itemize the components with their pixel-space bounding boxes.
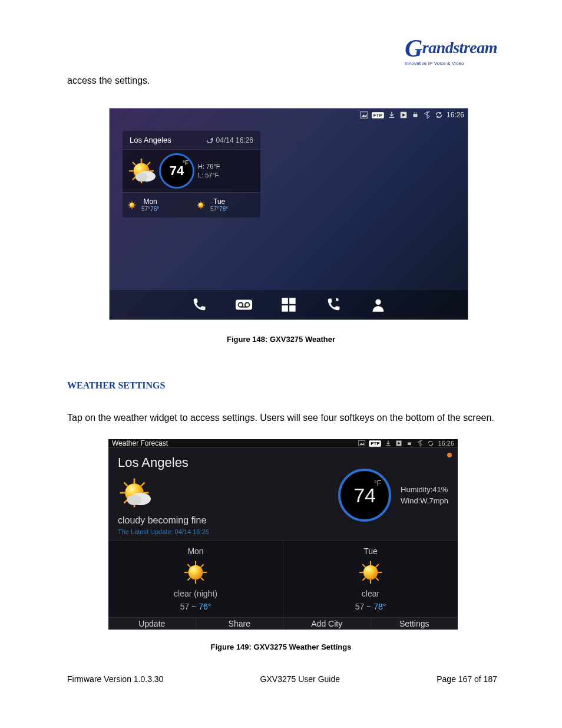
- widget-city: Los Angeles: [130, 136, 171, 144]
- refresh-timestamp: 04/14 16:26: [216, 136, 253, 144]
- refresh-icon: [206, 136, 214, 144]
- temp-gauge: 74°F: [338, 469, 391, 522]
- forecast-day: Mon57°76°: [123, 193, 191, 218]
- weather-icon: [127, 157, 156, 185]
- svg-marker-12: [361, 114, 366, 117]
- intro-text: access the settings.: [67, 75, 150, 86]
- dock: [110, 290, 468, 319]
- sun-icon: [358, 559, 384, 585]
- page-footer: Firmware Version 1.0.3.30 GXV3275 User G…: [67, 674, 497, 684]
- status-bar: FTP 16:26: [358, 440, 454, 447]
- phone-icon[interactable]: [190, 296, 208, 314]
- forecast-row: Mon clear (night) 57 ~ 76° Tue clear 57 …: [108, 540, 458, 618]
- condition-text: cloudy becoming fine: [118, 515, 209, 526]
- temp-gauge: 74°F: [159, 153, 194, 189]
- forecast-day[interactable]: Mon clear (night) 57 ~ 76°: [108, 541, 283, 617]
- sun-icon: [127, 200, 137, 210]
- weather-stats: Humidity:41% Wind:W,7mph: [401, 484, 448, 507]
- softkey-add-city[interactable]: Add City: [283, 618, 371, 630]
- play-icon: [395, 440, 402, 447]
- android-icon: [406, 440, 413, 447]
- footer-center: GXV3275 User Guide: [260, 674, 340, 684]
- footer-left: Firmware Version 1.0.3.30: [67, 674, 163, 684]
- status-bar: FTP 16:26: [360, 111, 464, 119]
- softkey-share[interactable]: Share: [196, 618, 284, 630]
- svg-rect-31: [408, 443, 411, 446]
- svg-rect-23: [289, 298, 296, 304]
- page-indicator: [447, 453, 452, 457]
- play-icon: [399, 111, 408, 119]
- sync-icon: [427, 440, 434, 447]
- bluetooth-icon: [423, 111, 431, 119]
- status-time: 16:26: [447, 111, 464, 119]
- figure-148-caption: Figure 148: GXV3275 Weather: [0, 335, 562, 344]
- weather-widget[interactable]: Los Angeles 04/14 16:26 74°F H: 76°F L: …: [123, 131, 260, 218]
- softkey-update[interactable]: Update: [108, 618, 196, 630]
- figure-149-caption: Figure 149: GXV3275 Weather Settings: [0, 643, 562, 651]
- forecast-day: Tue57°78°: [191, 193, 260, 218]
- download-icon: [385, 440, 392, 447]
- sync-icon: [435, 111, 443, 119]
- contacts-icon[interactable]: [369, 296, 387, 314]
- picture-icon: [360, 111, 368, 119]
- figure-149-weather-settings: Weather Forecast FTP 16:26 Los Angeles c…: [108, 439, 458, 630]
- apps-icon[interactable]: [280, 296, 297, 314]
- svg-rect-22: [282, 298, 288, 304]
- android-icon: [411, 111, 419, 119]
- svg-point-16: [414, 113, 415, 114]
- temp-high-low: H: 76°F L: 57°F: [198, 162, 220, 180]
- ftp-badge: FTP: [372, 112, 384, 118]
- svg-marker-28: [360, 443, 365, 446]
- forecast-day[interactable]: Tue clear 57 ~ 78°: [283, 541, 458, 617]
- status-time: 16:26: [438, 440, 454, 447]
- section-heading: WEATHER SETTINGS: [67, 380, 165, 391]
- svg-rect-24: [282, 305, 288, 312]
- screen-title: Weather Forecast: [112, 439, 168, 447]
- paragraph: Tap on the weather widget to access sett…: [67, 413, 497, 423]
- bluetooth-icon: [416, 440, 424, 447]
- city-name: Los Angeles: [118, 455, 209, 470]
- conference-icon[interactable]: [325, 296, 342, 314]
- figure-148-home-screen: FTP 16:26 Los Angeles 04/14 16:26 74°F H…: [109, 108, 468, 320]
- softkey-settings[interactable]: Settings: [371, 618, 458, 630]
- refresh-button[interactable]: 04/14 16:26: [206, 136, 253, 144]
- footer-right: Page 167 of 187: [437, 674, 497, 684]
- brand-logo: Grandstream Innovative IP Voice & Video: [405, 34, 497, 66]
- picture-icon: [358, 440, 365, 447]
- sun-icon: [196, 200, 206, 210]
- download-icon: [388, 111, 396, 119]
- svg-rect-15: [413, 114, 417, 117]
- last-update: The Latest Update: 04/14 16:26: [118, 528, 209, 535]
- voicemail-icon[interactable]: [235, 296, 253, 314]
- weather-icon: [118, 476, 151, 509]
- ftp-badge: FTP: [369, 440, 381, 447]
- svg-point-26: [375, 299, 381, 305]
- current-weather-panel[interactable]: Los Angeles cloudy becoming fine The Lat…: [108, 448, 458, 540]
- sun-icon: [183, 559, 209, 585]
- softkey-bar: Update Share Add City Settings: [108, 618, 458, 630]
- svg-rect-25: [289, 305, 296, 312]
- svg-point-17: [416, 113, 417, 114]
